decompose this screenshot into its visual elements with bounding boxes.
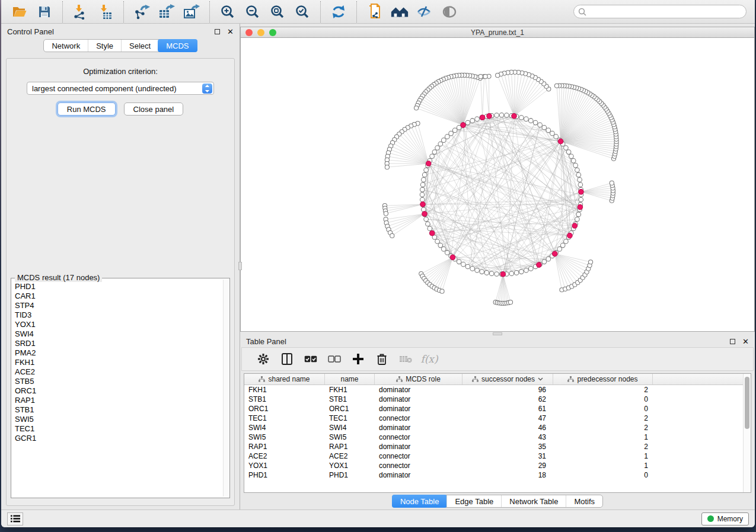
result-scrollbar[interactable] [223, 280, 229, 496]
tab-motifs[interactable]: Motifs [566, 495, 602, 507]
zoom-in-icon[interactable] [218, 2, 237, 21]
mcds-result-item[interactable]: STP4 [15, 301, 220, 310]
network-canvas[interactable] [240, 38, 755, 332]
memory-button[interactable]: Memory [701, 512, 749, 525]
table-options-icon[interactable] [251, 350, 275, 368]
table-row[interactable]: SWI5SWI5connector431 [244, 432, 743, 442]
table-row[interactable]: YOX1YOX1connector291 [244, 461, 743, 470]
search-input[interactable] [589, 8, 742, 16]
column-header-predecessor-nodes[interactable]: predecessor nodes [553, 374, 653, 384]
tab-node-table[interactable]: Node Table [392, 495, 448, 508]
zoom-selected-icon[interactable] [293, 2, 312, 21]
function-builder-icon: f(x) [417, 350, 441, 368]
mcds-result-item[interactable]: CAR1 [15, 291, 220, 301]
show-graphics-details-icon[interactable] [440, 2, 459, 21]
tab-network-table[interactable]: Network Table [501, 495, 566, 507]
table-row[interactable]: PHD1PHD1dominator180 [244, 470, 743, 480]
table-scrollbar[interactable] [743, 374, 751, 492]
criterion-dropdown[interactable]: largest connected component (undirected) [27, 82, 214, 95]
mcds-result-item[interactable]: PMA2 [15, 348, 220, 358]
mcds-result-item[interactable]: PHD1 [15, 282, 220, 291]
mcds-result-item[interactable]: TEC1 [15, 424, 220, 434]
mcds-result-item[interactable]: STB1 [15, 405, 220, 415]
mcds-result-item[interactable]: YOX1 [15, 320, 220, 329]
apply-layout-icon[interactable] [329, 2, 348, 21]
table-row[interactable]: ACE2ACE2connector311 [244, 451, 743, 461]
close-table-panel-icon[interactable]: ✕ [742, 338, 749, 345]
network-graph[interactable] [241, 38, 754, 331]
optimization-criterion-label: Optimization criterion: [83, 67, 158, 76]
import-table-icon[interactable] [96, 2, 115, 21]
network-titlebar[interactable]: YPA_prune.txt_1 [240, 27, 755, 38]
table-cell: SWI4 [325, 424, 375, 432]
tab-mcds[interactable]: MCDS [158, 39, 197, 52]
zoom-fit-icon[interactable] [268, 2, 287, 21]
table-row[interactable]: TEC1TEC1connector472 [244, 414, 743, 423]
mcds-result-item[interactable]: RAP1 [15, 396, 220, 405]
table-cell: 0 [553, 471, 653, 479]
import-network-icon[interactable] [71, 2, 90, 21]
mcds-result-list[interactable]: PHD1CAR1STP4TID3YOX1SWI4SRD1PMA2FKH1ACE2… [12, 281, 222, 496]
select-all-icon[interactable] [299, 350, 323, 368]
horizontal-splitter-grip[interactable] [493, 332, 502, 335]
column-header-mcds-role[interactable]: MCDS role [375, 374, 462, 384]
table-body: FKH1FKH1dominator962STB1STB1dominator620… [244, 385, 743, 492]
sort-desc-icon [538, 377, 543, 381]
zoom-out-icon[interactable] [243, 2, 262, 21]
column-header-successor-nodes[interactable]: successor nodes [462, 374, 553, 384]
vertical-splitter-grip[interactable] [238, 262, 242, 270]
table-row[interactable]: RAP1RAP1dominator352 [244, 442, 743, 451]
attribute-icon [396, 376, 403, 382]
export-network-icon[interactable] [132, 2, 151, 21]
mcds-result-item[interactable]: FKH1 [15, 358, 220, 367]
tab-select[interactable]: Select [121, 40, 158, 52]
mcds-result-item[interactable]: SRD1 [15, 339, 220, 348]
run-mcds-button[interactable]: Run MCDS [58, 102, 116, 116]
close-panel-button[interactable]: Close panel [124, 102, 184, 116]
table-cell: 62 [462, 395, 553, 403]
table-cell: 96 [462, 386, 553, 394]
save-session-icon[interactable] [35, 2, 54, 21]
mcds-result-box: MCDS result (17 nodes) PHD1CAR1STP4TID3Y… [11, 278, 230, 498]
table-scrollbar-thumb[interactable] [745, 377, 749, 429]
control-panel: Control Panel ✕ Network Style Select MCD… [1, 24, 240, 509]
mcds-result-item[interactable]: ACE2 [15, 367, 220, 377]
deselect-all-icon[interactable] [323, 350, 346, 368]
mcds-result-item[interactable]: STB5 [15, 377, 220, 386]
hide-graphics-details-icon[interactable] [415, 2, 434, 21]
tab-network[interactable]: Network [44, 40, 88, 52]
add-column-icon[interactable] [346, 350, 370, 368]
mcds-result-item[interactable]: TID3 [15, 310, 220, 320]
horizontal-splitter[interactable] [240, 332, 755, 335]
table-panel-title: Table Panel [246, 337, 286, 346]
mcds-result-item[interactable]: GCR1 [15, 434, 220, 443]
network-from-document-icon[interactable] [365, 2, 384, 21]
column-layout-icon[interactable] [275, 350, 299, 368]
tab-style[interactable]: Style [88, 40, 121, 52]
network-search[interactable] [573, 5, 747, 18]
open-session-icon[interactable] [10, 2, 29, 21]
table-row[interactable]: FKH1FKH1dominator962 [244, 385, 743, 395]
float-panel-icon[interactable] [215, 29, 220, 34]
column-header-name[interactable]: name [325, 374, 375, 384]
mcds-result-item[interactable]: SWI5 [15, 415, 220, 424]
home-icon[interactable] [390, 2, 409, 21]
task-history-button[interactable] [7, 512, 23, 525]
tab-edge-table[interactable]: Edge Table [446, 495, 501, 507]
export-image-icon[interactable] [182, 2, 201, 21]
float-table-panel-icon[interactable] [730, 339, 735, 344]
table-row[interactable]: STB1STB1dominator620 [244, 395, 743, 404]
table-row[interactable]: ORC1ORC1dominator610 [244, 404, 743, 414]
delete-column-icon[interactable] [370, 350, 394, 368]
mcds-result-item[interactable]: ORC1 [15, 386, 220, 396]
export-table-icon[interactable] [157, 2, 176, 21]
dropdown-stepper-icon [202, 84, 212, 94]
delete-table-icon [394, 350, 417, 368]
table-cell: dominator [375, 424, 462, 432]
table-row[interactable]: SWI4SWI4dominator462 [244, 423, 743, 432]
table-cell: connector [375, 462, 462, 470]
close-panel-icon[interactable]: ✕ [227, 28, 234, 36]
table-cell: 0 [553, 405, 653, 413]
column-header-shared-name[interactable]: shared name [244, 374, 325, 384]
mcds-result-item[interactable]: SWI4 [15, 329, 220, 339]
